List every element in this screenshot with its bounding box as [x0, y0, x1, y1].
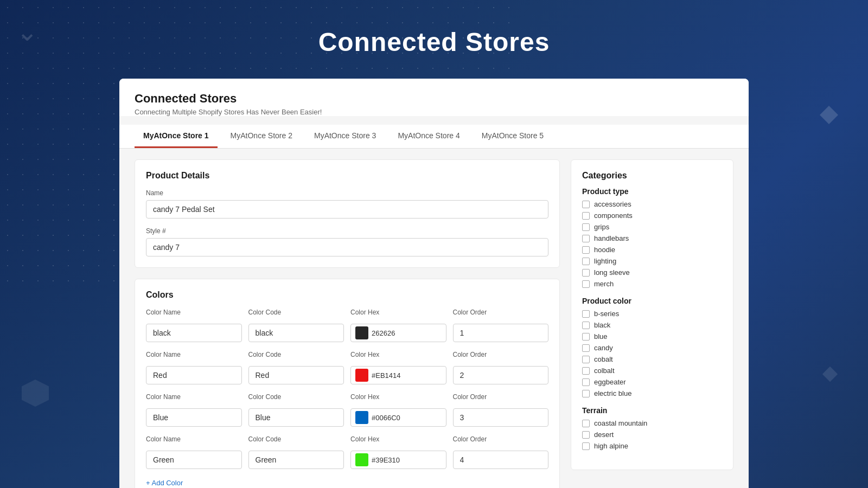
- category-checkbox[interactable]: [582, 201, 590, 208]
- category-item: cobalt: [582, 355, 722, 363]
- color-code-input[interactable]: [248, 366, 344, 384]
- category-item: hoodie: [582, 246, 722, 254]
- color-name-input[interactable]: [146, 451, 242, 469]
- category-label: merch: [594, 280, 614, 288]
- categories-card: Categories Product typeaccessoriescompon…: [571, 159, 733, 470]
- category-label: accessories: [594, 200, 631, 208]
- color-order-input[interactable]: [453, 324, 549, 342]
- color-hex-field: [350, 451, 446, 469]
- tab-store-2[interactable]: MyAtOnce Store 2: [222, 125, 301, 148]
- color-code-input[interactable]: [248, 324, 344, 342]
- category-group-2: Terraincoastal mountaindeserthigh alpine: [582, 406, 722, 450]
- category-checkbox[interactable]: [582, 390, 590, 397]
- category-checkbox[interactable]: [582, 420, 590, 427]
- color-header-color_hex-row3: Color Hex: [350, 435, 446, 443]
- category-checkbox[interactable]: [582, 333, 590, 341]
- tab-store-5[interactable]: MyAtOnce Store 5: [473, 125, 552, 148]
- color-order-input[interactable]: [453, 408, 549, 427]
- category-item: b-series: [582, 310, 722, 318]
- category-item: high alpine: [582, 442, 722, 450]
- add-color-button[interactable]: + Add Color: [146, 479, 183, 487]
- tab-store-1[interactable]: MyAtOnce Store 1: [135, 125, 218, 148]
- category-checkbox[interactable]: [582, 280, 590, 288]
- category-item: eggbeater: [582, 378, 722, 386]
- colors-card: Colors Color NameColor CodeColor HexColo…: [135, 279, 560, 488]
- color-rows-container: Color NameColor CodeColor HexColor Order…: [146, 309, 548, 469]
- category-label: hoodie: [594, 246, 615, 254]
- color-hex-field: [350, 366, 446, 384]
- color-code-input[interactable]: [248, 451, 344, 469]
- color-header-color_hex-row1: Color Hex: [350, 351, 446, 358]
- color-hex-input[interactable]: [372, 456, 442, 464]
- color-header-color_name-row1: Color Name: [146, 351, 242, 358]
- color-data-row: [146, 366, 548, 384]
- category-checkbox[interactable]: [582, 246, 590, 254]
- category-checkbox[interactable]: [582, 212, 590, 220]
- color-name-input[interactable]: [146, 366, 242, 384]
- color-header-color_order-row3: Color Order: [453, 435, 549, 443]
- category-item: black: [582, 321, 722, 329]
- color-header-color_code: Color Code: [248, 309, 344, 316]
- category-item: components: [582, 211, 722, 220]
- category-label: high alpine: [594, 442, 628, 450]
- color-hex-input[interactable]: [372, 371, 442, 380]
- category-checkbox[interactable]: [582, 431, 590, 439]
- color-name-input[interactable]: [146, 408, 242, 427]
- category-checkbox[interactable]: [582, 269, 590, 277]
- category-item: electric blue: [582, 389, 722, 397]
- category-item: grips: [582, 223, 722, 231]
- color-order-input[interactable]: [453, 451, 549, 469]
- color-column-headers-repeat: Color NameColor CodeColor HexColor Order: [146, 393, 548, 404]
- category-checkbox[interactable]: [582, 223, 590, 231]
- color-hex-input[interactable]: [372, 329, 442, 337]
- category-label: grips: [594, 223, 609, 231]
- category-label: cobalt: [594, 355, 613, 363]
- category-checkbox[interactable]: [582, 322, 590, 329]
- category-checkbox[interactable]: [582, 378, 590, 386]
- tab-store-4[interactable]: MyAtOnce Store 4: [389, 125, 468, 148]
- category-label: colbalt: [594, 367, 615, 375]
- category-group-0: Product typeaccessoriescomponentsgripsha…: [582, 187, 722, 288]
- color-column-headers-repeat: Color NameColor CodeColor HexColor Order: [146, 435, 548, 446]
- color-header-color_code-row1: Color Code: [248, 351, 344, 358]
- category-checkbox[interactable]: [582, 442, 590, 450]
- category-checkbox[interactable]: [582, 367, 590, 375]
- color-hex-field: [350, 324, 446, 342]
- product-details-card: Product Details Name Style #: [135, 159, 560, 268]
- product-style-input[interactable]: [146, 238, 548, 256]
- category-checkbox[interactable]: [582, 356, 590, 363]
- color-swatch: [355, 453, 368, 466]
- category-item: long sleeve: [582, 268, 722, 277]
- color-header-color_name-row2: Color Name: [146, 393, 242, 401]
- category-label: b-series: [594, 310, 619, 318]
- color-code-input[interactable]: [248, 408, 344, 427]
- card-subtitle: Connecting Multiple Shopify Stores Has N…: [135, 108, 733, 116]
- color-name-input[interactable]: [146, 324, 242, 342]
- category-label: eggbeater: [594, 378, 626, 386]
- tab-store-3[interactable]: MyAtOnce Store 3: [305, 125, 385, 148]
- main-card: Connected Stores Connecting Multiple Sho…: [119, 79, 749, 488]
- color-header-color_hex: Color Hex: [350, 309, 446, 316]
- category-checkbox[interactable]: [582, 235, 590, 242]
- category-label: candy: [594, 344, 613, 352]
- category-item: merch: [582, 280, 722, 288]
- color-hex-input[interactable]: [372, 414, 442, 422]
- color-data-row: [146, 408, 548, 427]
- color-data-row: [146, 451, 548, 469]
- category-group-1: Product colorb-seriesblackbluecandycobal…: [582, 297, 722, 397]
- color-header-color_name-row3: Color Name: [146, 435, 242, 443]
- product-details-title: Product Details: [146, 171, 548, 181]
- color-header-color_code-row2: Color Code: [248, 393, 344, 401]
- category-label: handlebars: [594, 234, 629, 242]
- category-checkbox[interactable]: [582, 310, 590, 318]
- bg-diamond2-icon: [822, 367, 838, 382]
- categories-container: Product typeaccessoriescomponentsgripsha…: [582, 187, 722, 450]
- category-checkbox[interactable]: [582, 258, 590, 265]
- category-label: blue: [594, 332, 608, 341]
- category-group-title: Terrain: [582, 406, 722, 415]
- categories-title: Categories: [582, 171, 722, 181]
- colors-title: Colors: [146, 290, 548, 300]
- product-name-input[interactable]: [146, 200, 548, 219]
- category-checkbox[interactable]: [582, 344, 590, 352]
- color-order-input[interactable]: [453, 366, 549, 384]
